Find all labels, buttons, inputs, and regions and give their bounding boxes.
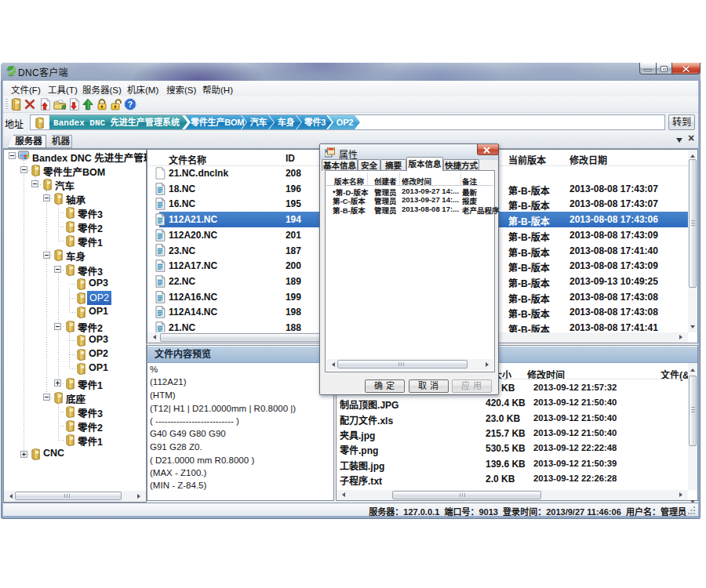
svg-text:?: ? [128, 100, 133, 109]
